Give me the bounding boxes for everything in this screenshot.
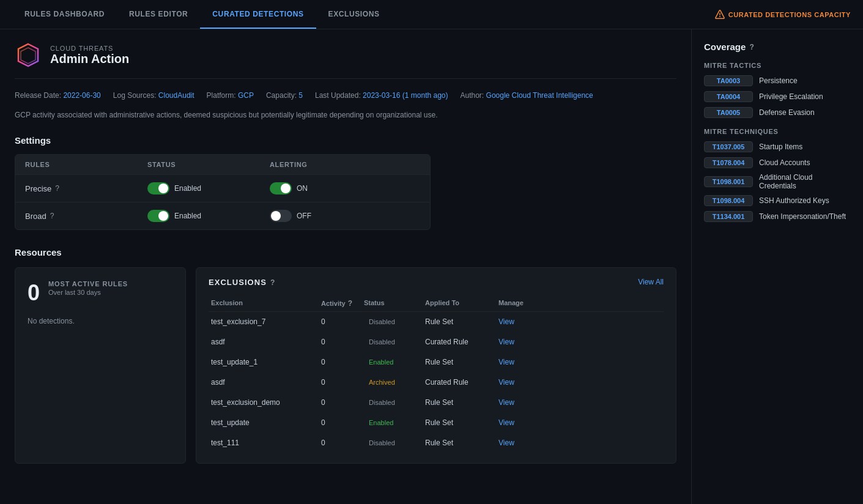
- mitre-technique-item: T1098.004 SSH Authorized Keys: [704, 195, 851, 206]
- exclusions-rows: test_exclusion_7 0 Disabled Rule Set Vie…: [209, 312, 664, 453]
- curated-detections-capacity-alert[interactable]: CURATED DETECTIONS CAPACITY: [715, 10, 851, 20]
- exclusion-view-link-6[interactable]: View: [498, 439, 541, 447]
- exclusions-table-row: test_111 0 Disabled Rule Set View: [209, 433, 664, 453]
- coverage-title: Coverage ?: [704, 42, 851, 52]
- author-label: Author: Google Cloud Threat Intelligence: [461, 91, 593, 100]
- exclusions-table-row: test_exclusion_7 0 Disabled Rule Set Vie…: [209, 312, 664, 332]
- exclusion-view-link-1[interactable]: View: [498, 338, 541, 346]
- exclusion-applied-6: Rule Set: [425, 439, 498, 447]
- broad-alerting-label: OFF: [297, 212, 311, 220]
- mitre-tactic-tag-2[interactable]: TA0005: [704, 107, 753, 118]
- mitre-tactics: TA0003 Persistence TA0004 Privilege Esca…: [704, 75, 851, 118]
- mitre-tactic-tag-1[interactable]: TA0004: [704, 91, 753, 102]
- log-sources-label: Log Sources: CloudAudit: [113, 91, 194, 100]
- exclusion-activity-2: 0: [321, 358, 364, 366]
- exclusion-status-3: Archived: [364, 377, 425, 387]
- exclusions-table-header: Exclusion Activity ? Status Applied To M…: [209, 295, 664, 312]
- release-date-value: 2022-06-30: [63, 91, 100, 100]
- mitre-tactic-tag-0[interactable]: TA0003: [704, 75, 753, 86]
- tab-rules-dashboard[interactable]: RULES DASHBOARD: [12, 0, 117, 29]
- log-sources-value: CloudAudit: [158, 91, 194, 100]
- exclusion-status-4: Disabled: [364, 398, 425, 407]
- capacity-label: Capacity: 5: [266, 91, 303, 100]
- mitre-technique-item: T1078.004 Cloud Accounts: [704, 157, 851, 168]
- exclusion-name-1: asdf: [211, 338, 321, 346]
- exclusion-view-link-5[interactable]: View: [498, 418, 541, 427]
- coverage-help-icon[interactable]: ?: [749, 43, 754, 51]
- right-sidebar: Coverage ? MITRE Tactics TA0003 Persiste…: [692, 29, 863, 504]
- resources-section-title: Resources: [15, 247, 676, 258]
- exclusion-applied-2: Rule Set: [425, 358, 498, 366]
- broad-alerting-toggle[interactable]: [270, 210, 292, 222]
- mitre-technique-label-3: SSH Authorized Keys: [759, 196, 829, 205]
- precise-status-toggle[interactable]: [147, 182, 169, 195]
- tab-exclusions[interactable]: EXCLUSIONS: [316, 0, 392, 29]
- mitre-technique-tag-3[interactable]: T1098.004: [704, 195, 753, 206]
- platform-label: Platform: GCP: [207, 91, 254, 100]
- broad-status-cell: Enabled: [147, 210, 270, 222]
- nav-tabs: RULES DASHBOARD RULES EDITOR CURATED DET…: [12, 0, 392, 29]
- exclusions-card-title: EXCLUSIONS ?: [209, 278, 275, 287]
- page-category: CLOUD THREATS: [50, 45, 129, 52]
- top-nav: RULES DASHBOARD RULES EDITOR CURATED DET…: [0, 0, 863, 29]
- precise-alerting-label: ON: [297, 184, 308, 193]
- meta-row: Release Date: 2022-06-30 Log Sources: Cl…: [15, 91, 676, 100]
- col-alerting-header: Alerting: [270, 161, 392, 168]
- brand-logo-icon: [15, 42, 42, 69]
- mitre-technique-tag-2[interactable]: T1098.001: [704, 176, 753, 187]
- broad-status-label: Enabled: [174, 212, 201, 220]
- mitre-techniques: T1037.005 Startup Items T1078.004 Cloud …: [704, 141, 851, 222]
- exclusion-view-link-0[interactable]: View: [498, 317, 541, 326]
- settings-table: Rules Status Alerting Precise ? Enabled: [15, 154, 431, 230]
- mitre-tactic-label-2: Defense Evasion: [759, 108, 815, 117]
- col-exclusion-header: Exclusion: [211, 299, 321, 308]
- view-all-link[interactable]: View All: [638, 278, 664, 287]
- precise-help-icon[interactable]: ?: [55, 184, 59, 193]
- exclusion-activity-1: 0: [321, 338, 364, 346]
- exclusions-table-row: test_exclusion_demo 0 Disabled Rule Set …: [209, 393, 664, 413]
- exclusions-help-icon[interactable]: ?: [270, 278, 275, 287]
- active-rules-card: 0 MOST ACTIVE RULES Over last 30 days No…: [15, 267, 186, 464]
- exclusion-activity-5: 0: [321, 418, 364, 427]
- exclusion-name-3: asdf: [211, 378, 321, 387]
- exclusion-name-5: test_update: [211, 418, 321, 427]
- exclusion-status-2: Enabled: [364, 357, 425, 367]
- rule-name-broad: Broad ?: [25, 212, 147, 221]
- mitre-technique-tag-4[interactable]: T1134.001: [704, 211, 753, 222]
- precise-alerting-cell: ON: [270, 182, 392, 195]
- col-activity-header: Activity ?: [321, 299, 364, 308]
- page-header: CLOUD THREATS Admin Action: [15, 42, 676, 79]
- capacity-value: 5: [298, 91, 303, 100]
- tab-curated-detections[interactable]: CURATED DETECTIONS: [200, 0, 316, 29]
- broad-help-icon[interactable]: ?: [50, 212, 54, 220]
- alert-label: CURATED DETECTIONS CAPACITY: [728, 11, 851, 18]
- col-applied-to-header: Applied To: [425, 299, 498, 308]
- exclusion-view-link-4[interactable]: View: [498, 398, 541, 407]
- activity-help-icon[interactable]: ?: [348, 299, 352, 308]
- exclusion-view-link-3[interactable]: View: [498, 378, 541, 387]
- release-date-label: Release Date: 2022-06-30: [15, 91, 101, 100]
- exclusions-table-row: test_update 0 Enabled Rule Set View: [209, 413, 664, 433]
- broad-status-toggle[interactable]: [147, 210, 169, 222]
- mitre-tactic-label-0: Persistence: [759, 76, 798, 85]
- exclusion-name-2: test_update_1: [211, 358, 321, 366]
- mitre-technique-item: T1134.001 Token Impersonation/Theft: [704, 211, 851, 222]
- settings-section-title: Settings: [15, 135, 676, 146]
- tab-rules-editor[interactable]: RULES EDITOR: [117, 0, 200, 29]
- rule-name-precise: Precise ?: [25, 184, 147, 193]
- header-text: CLOUD THREATS Admin Action: [50, 45, 129, 66]
- settings-row-broad: Broad ? Enabled: [15, 202, 430, 229]
- col-status-header: Status: [147, 161, 270, 168]
- active-rules-count: 0: [28, 280, 40, 306]
- exclusion-view-link-2[interactable]: View: [498, 358, 541, 366]
- broad-alerting-cell: OFF: [270, 210, 392, 222]
- exclusion-activity-4: 0: [321, 398, 364, 407]
- precise-alerting-toggle[interactable]: [270, 182, 292, 195]
- mitre-technique-label-1: Cloud Accounts: [759, 158, 810, 167]
- settings-row-precise: Precise ? Enabled: [15, 175, 430, 202]
- exclusion-activity-0: 0: [321, 317, 364, 326]
- exclusions-table-row: asdf 0 Archived Curated Rule View: [209, 372, 664, 393]
- mitre-tactic-item: TA0003 Persistence: [704, 75, 851, 86]
- mitre-technique-tag-0[interactable]: T1037.005: [704, 141, 753, 152]
- mitre-technique-tag-1[interactable]: T1078.004: [704, 157, 753, 168]
